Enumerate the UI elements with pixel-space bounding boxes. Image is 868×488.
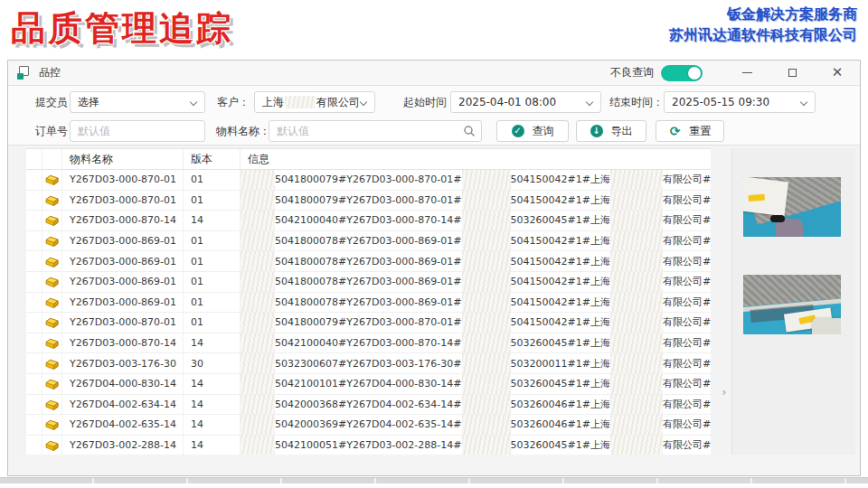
- window-title: 品控: [39, 65, 61, 80]
- redacted-patch: [462, 313, 511, 333]
- redacted-patch: [462, 395, 511, 415]
- photo-panel: [731, 148, 855, 455]
- version-cell: 01: [184, 170, 241, 190]
- redacted-patch: [241, 191, 275, 211]
- maximize-button[interactable]: [769, 61, 815, 85]
- redacted-patch: [462, 191, 511, 211]
- chevron-down-icon: [190, 99, 197, 106]
- order-number-input[interactable]: [70, 120, 205, 142]
- table-row[interactable]: Y267D03-000-870-01 01 5041800079#Y267D03…: [26, 170, 711, 191]
- table-row[interactable]: Y267D04-000-830-14 14 5042100101#Y267D04…: [26, 374, 711, 395]
- material-name-cell: Y267D03-000-870-01: [62, 170, 184, 190]
- submitter-select[interactable]: 选择: [70, 91, 205, 113]
- redacted-patch: [610, 170, 663, 190]
- app-window: 品控 不良查询 ✕ 提交员： 选择 客户： 上海 有限公司: [7, 60, 861, 476]
- redacted-patch: [610, 251, 663, 271]
- redacted-patch: [462, 333, 511, 353]
- table-row[interactable]: Y267D03-000-870-01 01 5041800079#Y267D03…: [26, 191, 711, 211]
- end-time-select[interactable]: 2025-05-15 09:30: [664, 91, 816, 113]
- defect-query-toggle[interactable]: [661, 65, 703, 81]
- redacted-patch: [462, 293, 511, 313]
- row-selector-cell: [26, 436, 42, 455]
- redacted-patch: [610, 293, 663, 313]
- redacted-patch: [610, 272, 663, 292]
- row-selector-cell: [26, 333, 42, 353]
- version-cell: 01: [184, 191, 241, 211]
- start-time-value: 2025-04-01 08:00: [458, 96, 556, 108]
- chevron-down-icon: [800, 99, 807, 106]
- part-icon: [42, 436, 62, 455]
- row-selector-cell: [26, 191, 42, 211]
- material-name-cell: Y267D04-002-635-14: [62, 415, 184, 435]
- info-header: 信息: [241, 149, 711, 169]
- equipment: [812, 318, 841, 334]
- material-name-cell: Y267D03-003-176-30: [62, 353, 184, 373]
- redacted-patch: [610, 353, 663, 373]
- white-part: [743, 177, 788, 216]
- reset-button[interactable]: ⟳ 重置: [656, 120, 724, 142]
- table-row[interactable]: Y267D03-000-869-01 01 5041800078#Y267D03…: [26, 231, 711, 252]
- table-row[interactable]: Y267D03-003-176-30 30 5032300607#Y267D03…: [26, 353, 711, 374]
- redacted-patch: [462, 211, 511, 230]
- query-button[interactable]: ✓ 查询: [496, 120, 569, 142]
- part-icon: [42, 415, 62, 435]
- export-button-label: 导出: [611, 124, 633, 139]
- table-row[interactable]: Y267D04-002-634-14 14 5042000368#Y267D04…: [26, 395, 711, 416]
- material-name-input[interactable]: [269, 120, 482, 142]
- part-icon: [42, 231, 62, 251]
- start-time-label: 起始时间：: [403, 91, 458, 113]
- table-row[interactable]: Y267D03-000-870-14 14 5042100040#Y267D03…: [26, 333, 711, 354]
- redacted-patch: [241, 374, 275, 394]
- material-name-cell: Y267D03-000-869-01: [62, 231, 184, 251]
- info-cell: 5041800078#Y267D03-000-869-01# 504150042…: [241, 272, 711, 292]
- start-time-select[interactable]: 2025-04-01 08:00: [450, 91, 601, 113]
- table-row[interactable]: Y267D03-000-869-01 01 5041800078#Y267D03…: [26, 272, 711, 293]
- export-button[interactable]: ↓ 导出: [576, 120, 646, 142]
- table-row[interactable]: Y267D03-000-870-01 01 5041800079#Y267D03…: [26, 313, 711, 333]
- part-icon: [42, 293, 62, 313]
- table-row[interactable]: Y267D04-002-635-14 14 5042000369#Y267D04…: [26, 415, 711, 436]
- table-row[interactable]: Y267D03-000-870-14 14 5042100040#Y267D03…: [26, 211, 711, 231]
- redacted-patch: [241, 170, 275, 190]
- customer-value-suffix: 有限公司: [316, 95, 360, 110]
- window-titlebar: 品控 不良查询 ✕: [8, 61, 860, 86]
- version-cell: 01: [184, 231, 241, 251]
- redacted-patch: [462, 415, 511, 435]
- redacted-patch: [462, 251, 511, 271]
- part-icon: [42, 211, 62, 230]
- info-cell: 5042000369#Y267D04-002-635-14# 503260046…: [241, 415, 711, 435]
- part-icon: [42, 313, 62, 333]
- table-row[interactable]: Y267D03-000-869-01 01 5041800078#Y267D03…: [26, 251, 711, 272]
- part-icon: [42, 333, 62, 353]
- info-cell: 5042100101#Y267D04-000-830-14# 503260045…: [241, 374, 711, 394]
- row-selector-cell: [26, 313, 42, 333]
- filter-panel: 提交员： 选择 客户： 上海 有限公司 起始时间： 2025-04-01 08:…: [8, 86, 860, 145]
- customer-select[interactable]: 上海 有限公司: [254, 91, 375, 113]
- material-name-cell: Y267D04-000-830-14: [62, 374, 184, 394]
- version-header: 版本: [184, 149, 241, 169]
- defect-photo-2[interactable]: [743, 275, 841, 334]
- table-row[interactable]: Y267D03-002-288-14 14 5042100051#Y267D03…: [26, 436, 711, 455]
- redacted-patch: [610, 436, 663, 455]
- close-icon: ✕: [832, 66, 844, 80]
- maximize-icon: [788, 69, 797, 77]
- close-button[interactable]: ✕: [815, 61, 860, 85]
- info-cell: 5032300607#Y267D03-003-176-30# 503200011…: [241, 353, 711, 373]
- minimize-button[interactable]: [724, 61, 769, 85]
- row-selector-cell: [26, 415, 42, 435]
- redacted-patch: [241, 415, 275, 435]
- material-name-cell: Y267D03-000-869-01: [62, 293, 184, 313]
- material-name-cell: Y267D03-000-870-14: [62, 211, 184, 230]
- row-selector-cell: [26, 353, 42, 373]
- panel-expander-chevron[interactable]: ›: [718, 384, 731, 400]
- defect-photo-1[interactable]: [743, 177, 841, 237]
- table-row[interactable]: Y267D03-000-869-01 01 5041800078#Y267D03…: [26, 293, 711, 314]
- part-icon: [42, 251, 62, 271]
- info-cell: 5041800079#Y267D03-000-870-01# 504150042…: [241, 170, 711, 190]
- version-cell: 14: [184, 415, 241, 435]
- material-name-cell: Y267D03-002-288-14: [62, 436, 184, 455]
- results-table: 物料名称 版本 信息 Y267D03-000-870-01 01 5041800…: [26, 148, 711, 455]
- row-selector-cell: [26, 293, 42, 313]
- search-icon: [463, 125, 476, 137]
- material-name-cell: Y267D03-000-870-01: [62, 191, 184, 211]
